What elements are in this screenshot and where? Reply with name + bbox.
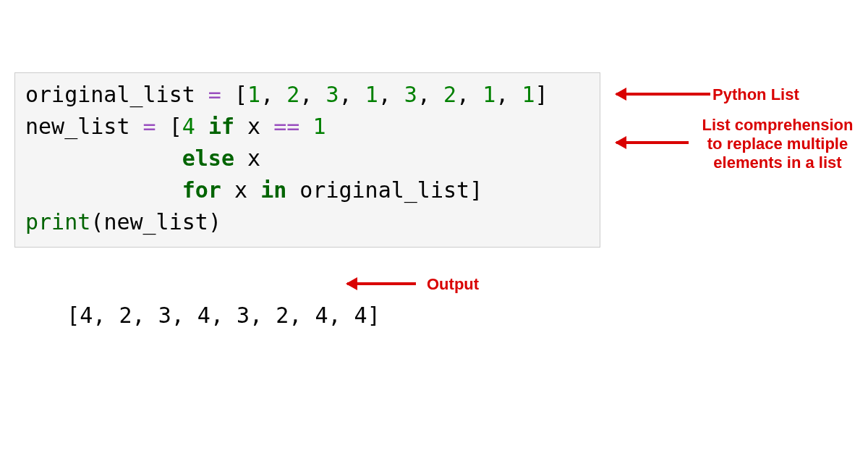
kw-if: if: [208, 114, 234, 139]
kw-for: for: [182, 177, 221, 203]
indent: [25, 177, 182, 203]
var-x: x: [234, 177, 247, 203]
num-literal: 1: [482, 82, 495, 107]
bracket-close: ]: [469, 177, 482, 203]
space: [221, 177, 234, 203]
figure-stage: { "code": { "line1": { "var": "original_…: [0, 0, 868, 456]
var-original-list: original_list: [299, 177, 469, 203]
annotation-python-list: Python List: [712, 85, 799, 104]
assign-op: =: [130, 114, 169, 139]
comma: ,: [299, 82, 326, 107]
space: [195, 114, 208, 139]
code-line-3: else x: [25, 143, 590, 174]
kw-in: in: [260, 177, 286, 203]
num-literal: 3: [326, 82, 339, 107]
num-literal: 1: [247, 82, 260, 107]
comma: ,: [456, 82, 482, 107]
kw-else: else: [182, 145, 234, 171]
space: [286, 177, 299, 203]
comma: ,: [417, 82, 443, 107]
space: [234, 114, 247, 139]
bracket-open: [: [169, 114, 182, 139]
annotation-text: List comprehension: [694, 116, 861, 135]
num-literal: 4: [182, 114, 195, 139]
num-literal: 2: [443, 82, 456, 107]
space: [299, 114, 312, 139]
space: [260, 114, 273, 139]
indent: [25, 145, 182, 171]
output-cell: [4, 2, 3, 4, 3, 2, 4, 4]: [14, 268, 380, 363]
var-x: x: [247, 145, 260, 171]
var-new-list: new_list: [25, 114, 130, 139]
paren-close: ): [208, 209, 221, 235]
paren-open: (: [90, 209, 103, 235]
arrow-icon: [616, 93, 710, 96]
var-x: x: [247, 114, 260, 139]
bracket-open: [: [234, 82, 247, 107]
num-literal: 1: [312, 114, 326, 139]
code-cell: original_list = [1, 2, 3, 1, 3, 2, 1, 1]…: [14, 72, 600, 248]
code-line-4: for x in original_list]: [25, 174, 590, 206]
num-literal: 3: [404, 82, 417, 107]
comma: ,: [260, 82, 286, 107]
fn-print: print: [25, 209, 90, 235]
comma: ,: [339, 82, 365, 107]
output-text: [4, 2, 3, 4, 3, 2, 4, 4]: [67, 303, 380, 328]
annotation-text: elements in a list: [694, 153, 861, 172]
annotation-text: Output: [427, 275, 479, 293]
var-original-list: original_list: [25, 82, 195, 107]
eq-op: ==: [273, 114, 299, 139]
annotation-list-comprehension: List comprehension to replace multiple e…: [694, 116, 861, 172]
arrow-icon: [616, 141, 689, 144]
var-new-list: new_list: [103, 209, 208, 235]
comma: ,: [378, 82, 404, 107]
annotation-text: to replace multiple: [694, 135, 861, 153]
num-literal: 1: [522, 82, 535, 107]
annotation-output: Output: [427, 275, 479, 294]
comma: ,: [495, 82, 522, 107]
arrow-icon: [347, 282, 416, 285]
space: [247, 177, 260, 203]
space: [234, 145, 247, 171]
assign-op: =: [195, 82, 234, 107]
code-line-1: original_list = [1, 2, 3, 1, 3, 2, 1, 1]: [25, 79, 590, 111]
num-literal: 1: [365, 82, 378, 107]
annotation-text: Python List: [712, 85, 799, 104]
code-line-5: print(new_list): [25, 206, 590, 238]
bracket-close: ]: [535, 82, 548, 107]
code-line-2: new_list = [4 if x == 1: [25, 111, 590, 143]
num-literal: 2: [286, 82, 299, 107]
